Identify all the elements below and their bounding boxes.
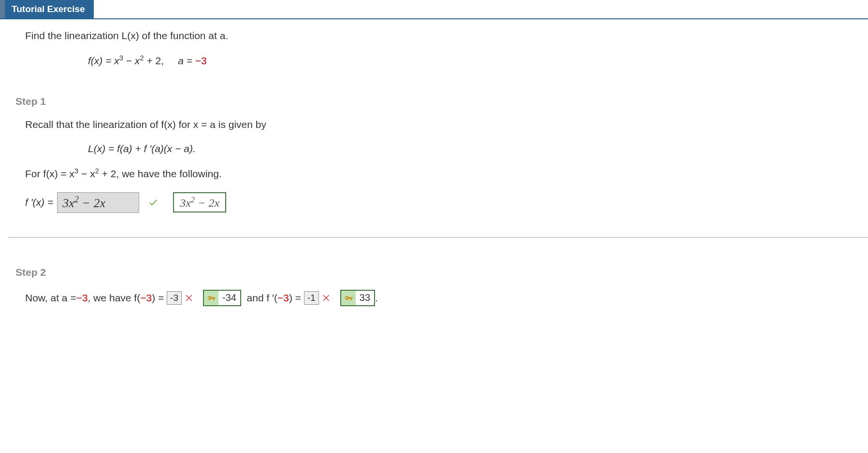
now-text-1: Now, at a = [25,292,76,304]
func-part-3: + 2, [144,55,164,66]
step-2-heading: Step 2 [15,267,868,278]
fa-correct-value: -34 [218,291,240,304]
step-1-heading: Step 1 [15,96,868,107]
a-value: −3 [195,55,207,66]
for-fx-3: + 2, we have the following. [99,168,222,179]
key-icon-2 [341,291,356,305]
step-2-row: Now, at a = −3 , we have f( −3 ) = -3 -3… [25,290,868,306]
for-fx-2: − x [78,168,95,179]
x-icon [185,293,194,303]
fa-correct-box: -34 [203,290,241,306]
exp-3: 3 [119,54,123,62]
section-header: Tutorial Exercise [0,0,868,19]
fprime-label: f ′(x) = [25,197,53,208]
f-arg-1: −3 [140,292,152,304]
and-text-2: ) = [289,292,301,304]
now-text-3: ) = [152,292,164,304]
fpa-correct-box: 33 [340,290,375,306]
exp-2: 2 [140,54,144,62]
fpa-correct-value: 33 [356,291,374,304]
fprime-row: f ′(x) = 3x2 − 2x 3x2 − 2x [25,192,868,213]
for-fx-1: For f(x) = x [25,168,74,179]
for-exp2: 2 [95,167,99,175]
step-2-body: Now, at a = −3 , we have f( −3 ) = -3 -3… [0,290,868,306]
now-text-2: , we have f( [88,292,141,304]
fa-input[interactable]: -3 [167,291,182,305]
header-accent [0,0,5,18]
derivative-correct-answer: 3x2 − 2x [173,192,226,212]
a-equals: a = [178,55,195,66]
fpa-input[interactable]: -1 [304,291,319,305]
problem-statement: Find the linearization L(x) of the funct… [0,30,868,67]
func-part-2: − x [123,55,140,66]
recall-sentence: Recall that the linearization of f(x) fo… [25,119,266,130]
derivative-input[interactable]: 3x2 − 2x [57,192,139,213]
prompt-text: Find the linearization L(x) of the funct… [25,30,868,42]
for-fx-line: For f(x) = x3 − x2 + 2, we have the foll… [25,167,868,180]
problem-equation: f(x) = x3 − x2 + 2, a = −3 [88,54,868,67]
header-title: Tutorial Exercise [5,0,94,18]
divider [8,237,868,238]
linearization-formula: L(x) = f(a) + f ′(a)(x − a). [88,143,868,155]
and-text-1: and f ′( [247,292,277,304]
func-part-1: f(x) = x [88,55,119,66]
derivative-user-answer: 3x2 − 2x [62,196,105,210]
key-icon [204,291,218,305]
fprime-arg: −3 [277,292,289,304]
recall-text: Recall that the linearization of f(x) fo… [25,119,868,130]
x-icon-2 [322,293,332,303]
check-icon [148,197,159,208]
period: . [375,292,378,304]
a-val-step2: −3 [76,292,88,304]
step-1-body: Recall that the linearization of f(x) fo… [0,119,868,213]
